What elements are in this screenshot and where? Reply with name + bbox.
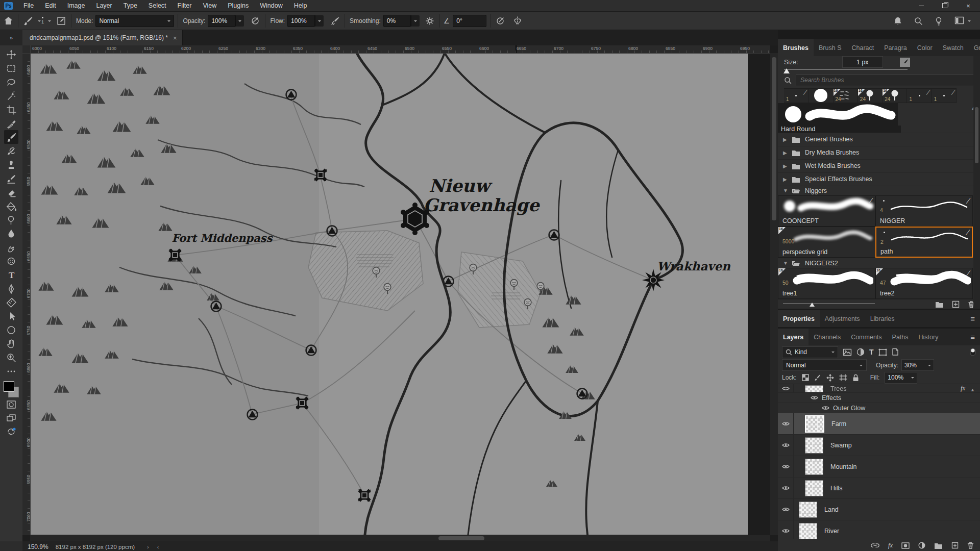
brush-folder-dry-media-brushes[interactable]: ▶Dry Media Brushes: [778, 146, 980, 159]
screen-mode-icon[interactable]: [4, 411, 18, 425]
layer-thumbnail[interactable]: [799, 502, 817, 518]
document-tab-close-icon[interactable]: ×: [173, 34, 177, 42]
search-brushes-input[interactable]: [796, 74, 974, 86]
foreground-background-colors[interactable]: [4, 381, 19, 397]
dodge-tool[interactable]: [4, 213, 18, 227]
home-icon[interactable]: [2, 15, 14, 27]
new-group-folder-icon[interactable]: [934, 542, 943, 549]
eye-toggle[interactable]: [778, 435, 794, 456]
smoothing-chevron[interactable]: [411, 15, 420, 27]
close-button[interactable]: ×: [957, 0, 980, 11]
brush-group-niggers[interactable]: ▼ Niggers: [778, 186, 980, 196]
recent-brush-item[interactable]: ╱1: [932, 89, 957, 103]
filter-shape-layers-icon[interactable]: [878, 348, 887, 356]
paint-bucket-tool[interactable]: [4, 199, 18, 213]
minimize-button[interactable]: [910, 0, 933, 11]
eye-toggle[interactable]: [778, 499, 794, 520]
recent-brush-item[interactable]: 1624: [834, 89, 858, 103]
brush-item[interactable]: ╱ COONCEPT: [778, 195, 875, 227]
new-brush-group-folder-icon[interactable]: [935, 301, 944, 308]
layer-row-hills[interactable]: Hills: [778, 478, 980, 499]
rectangular-marquee-tool[interactable]: [4, 61, 18, 75]
lock-all-icon[interactable]: [852, 374, 859, 382]
menu-view[interactable]: View: [197, 2, 222, 9]
brush-preview-toggle-icon[interactable]: [899, 57, 911, 67]
eyedropper-tool[interactable]: [4, 116, 18, 130]
delete-layer-trash-icon[interactable]: [967, 542, 974, 549]
layer-row-farm[interactable]: Farm: [778, 413, 980, 435]
eye-toggle[interactable]: [778, 413, 794, 434]
recent-brush-item[interactable]: 1624: [883, 89, 907, 103]
more-tools-tool[interactable]: [4, 364, 18, 378]
lock-position-icon[interactable]: [826, 374, 834, 382]
brush-thumbnail-size-slider[interactable]: [783, 302, 875, 307]
filter-smart-objects-icon[interactable]: [892, 348, 899, 356]
tab-comments[interactable]: Comments: [846, 329, 887, 345]
layer-thumbnail[interactable]: [805, 459, 823, 475]
layer-thumbnail[interactable]: [805, 480, 823, 496]
document-canvas[interactable]: Nieuw Gravenhage Fort Middenpass Wrakhav…: [30, 53, 748, 535]
menu-type[interactable]: Type: [118, 2, 143, 9]
tab-adjustments[interactable]: Adjustments: [820, 310, 865, 327]
new-adjustment-layer-icon[interactable]: [918, 542, 925, 549]
pen-tool[interactable]: [4, 282, 18, 295]
rotate-view-icon[interactable]: [4, 425, 18, 439]
mixer-brush-tool[interactable]: [4, 171, 18, 185]
lasso-tool[interactable]: [4, 75, 18, 89]
history-brush-tool[interactable]: [4, 144, 18, 158]
crop-tool[interactable]: [4, 103, 18, 116]
layer-row-mountain[interactable]: Mountain: [778, 456, 980, 478]
opacity-field[interactable]: 100%: [208, 15, 235, 27]
add-layer-mask-icon[interactable]: [901, 542, 910, 549]
layer-filter-toggle-icon[interactable]: [970, 347, 976, 357]
layer-blend-mode-select[interactable]: Normal: [782, 359, 867, 371]
menu-layer[interactable]: Layer: [90, 2, 117, 9]
magic-wand-tool[interactable]: [4, 89, 18, 103]
hand-tool[interactable]: [4, 337, 18, 350]
foreground-color-swatch[interactable]: [4, 381, 14, 392]
status-zoom-level[interactable]: 150.9%: [22, 543, 56, 550]
tab-paragra[interactable]: Paragra: [879, 39, 912, 56]
tab-brushes[interactable]: Brushes: [778, 39, 814, 56]
smudge-tool[interactable]: [4, 240, 18, 254]
recent-brush-item[interactable]: [808, 89, 833, 103]
layer-thumbnail[interactable]: [805, 415, 824, 433]
tab-history[interactable]: History: [914, 329, 944, 345]
canvas-vertical-scrollbar[interactable]: [770, 53, 778, 535]
brush-item[interactable]: 16 5000 perspective grid: [778, 227, 875, 258]
layer-effects-row[interactable]: Effects: [778, 393, 980, 403]
layer-row-trees-clipped[interactable]: Trees fx ▲: [778, 384, 980, 393]
layer-thumbnail[interactable]: [805, 437, 823, 454]
menu-filter[interactable]: Filter: [172, 2, 198, 9]
clone-stamp-tool[interactable]: [4, 158, 18, 171]
recent-brush-item[interactable]: ╱1: [907, 89, 932, 103]
status-next-chevron[interactable]: ›: [143, 544, 153, 550]
search-icon[interactable]: [914, 16, 923, 26]
recent-brush-item[interactable]: ╱1: [784, 89, 808, 103]
tab-properties[interactable]: Properties: [778, 310, 820, 327]
brush-angle-field[interactable]: 0°: [453, 15, 486, 27]
filter-adjustment-layers-icon[interactable]: [856, 348, 865, 356]
flow-chevron[interactable]: [315, 15, 324, 27]
layer-fill-field[interactable]: 100%: [885, 372, 917, 384]
brush-item[interactable]: 16 50 tree1: [778, 268, 875, 299]
tab-swatch[interactable]: Swatch: [938, 39, 969, 56]
ellipse-shape-tool[interactable]: [4, 323, 18, 337]
filter-pixel-layers-icon[interactable]: [843, 348, 852, 356]
layer-row-river[interactable]: River: [778, 520, 980, 539]
collapse-effects-chevron[interactable]: ▲: [965, 387, 980, 392]
tab-brush-s[interactable]: Brush S: [814, 39, 846, 56]
link-layers-icon[interactable]: [871, 543, 879, 548]
brush-folder-general-brushes[interactable]: ▶General Brushes: [778, 133, 980, 146]
brush-tool[interactable]: [4, 130, 18, 144]
toggle-brush-settings-panel-icon[interactable]: [55, 15, 67, 27]
restore-button[interactable]: [933, 0, 957, 11]
menu-window[interactable]: Window: [254, 2, 288, 9]
tab-gradier[interactable]: Gradier: [969, 39, 980, 56]
brush-item[interactable]: 4 ╱ NIGGER: [875, 195, 973, 227]
new-brush-icon[interactable]: [952, 300, 960, 308]
tab-color[interactable]: Color: [912, 39, 938, 56]
layer-opacity-field[interactable]: 30%: [901, 359, 934, 371]
eye-icon[interactable]: [811, 395, 818, 400]
status-prev-chevron[interactable]: ‹: [153, 544, 163, 550]
